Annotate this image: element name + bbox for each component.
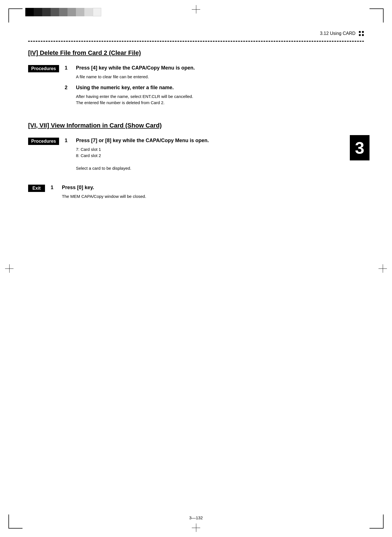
iv-step2-text: Using the numeric key, enter a file name… [76, 85, 174, 91]
page-footer: 3—132 [189, 515, 203, 520]
swatch-5 [59, 8, 67, 16]
vi-vii-select-card: Select a card to be displayed. [76, 166, 131, 171]
swatch-6 [67, 8, 76, 16]
center-cross-right [379, 264, 387, 273]
iv-step1-text: Press [4] key while the CAPA/Copy Menu i… [76, 65, 195, 71]
dot-row-1 [359, 31, 364, 33]
swatch-8 [84, 8, 93, 16]
vi-vii-card-slot-2: 8: Card slot 2 [76, 153, 101, 158]
section-vi-vii-title: [VI, VII] View Information in Card (Show… [28, 122, 364, 129]
exit-block-section: Exit 1 Press [0] key. The MEM CAPA/Copy … [28, 185, 364, 204]
exit-block: Exit 1 Press [0] key. The MEM CAPA/Copy … [28, 185, 364, 204]
corner-mark-top-right [367, 8, 384, 25]
dot-4 [362, 34, 364, 36]
iv-step2-number: 2 [65, 85, 70, 91]
vi-vii-step1-row: 1 Press [7] or [8] key while the CAPA/Co… [65, 138, 364, 144]
page: 3 3.12 Using CARD [IV] Delete File from … [0, 0, 392, 537]
color-swatches-bar [25, 8, 101, 16]
iv-step2-description: After having enter the name, select ENT.… [76, 93, 364, 106]
iv-step1-number: 1 [65, 65, 70, 71]
vi-vii-procedures-block: Procedures 1 Press [7] or [8] key while … [28, 138, 364, 176]
swatch-4 [51, 8, 59, 16]
vi-vii-procedures-content: 1 Press [7] or [8] key while the CAPA/Co… [65, 138, 364, 176]
vi-vii-procedures-badge: Procedures [28, 138, 59, 145]
vi-vii-step1-text: Press [7] or [8] key while the CAPA/Copy… [76, 138, 209, 144]
exit-step1-text: Press [0] key. [62, 185, 94, 191]
iv-step1-row: 1 Press [4] key while the CAPA/Copy Menu… [65, 65, 364, 71]
swatch-3 [42, 8, 51, 16]
section-vi-vii-procedures: Procedures 1 Press [7] or [8] key while … [28, 138, 364, 176]
swatch-1 [25, 8, 34, 16]
vi-vii-step1-number: 1 [65, 138, 70, 144]
center-cross-top [192, 5, 200, 14]
vi-vii-card-slot-1: 7: Card slot 1 [76, 147, 101, 152]
exit-badge: Exit [28, 185, 45, 192]
swatch-7 [76, 8, 84, 16]
dot-2 [362, 31, 364, 33]
iv-procedures-badge: Procedures [28, 65, 59, 72]
corner-mark-top-left [8, 8, 25, 25]
header-section-ref: 3.12 Using CARD [320, 31, 355, 36]
dot-1 [359, 31, 361, 33]
iv-procedures-block: Procedures 1 Press [4] key while the CAP… [28, 65, 364, 111]
exit-step1-row: 1 Press [0] key. [51, 185, 364, 191]
section-iv-procedures: Procedures 1 Press [4] key while the CAP… [28, 65, 364, 111]
vi-vii-step1-description: 7: Card slot 1 8: Card slot 2 Select a c… [76, 146, 364, 172]
dot-row-2 [359, 34, 364, 36]
dashed-divider [28, 41, 364, 42]
iv-step1-description: A file name to clear file can be entered… [76, 74, 364, 80]
iv-step2-row: 2 Using the numeric key, enter a file na… [65, 85, 364, 91]
exit-content: 1 Press [0] key. The MEM CAPA/Copy windo… [51, 185, 364, 204]
swatch-2 [34, 8, 42, 16]
corner-mark-bottom-left [8, 512, 25, 529]
iv-procedures-content: 1 Press [4] key while the CAPA/Copy Menu… [65, 65, 364, 111]
corner-mark-bottom-right [367, 512, 384, 529]
dot-3 [359, 34, 361, 36]
main-content: [IV] Delete File from Card 2 (Clear File… [28, 46, 364, 509]
exit-step1-description: The MEM CAPA/Copy window will be closed. [62, 193, 364, 200]
exit-step1-number: 1 [51, 185, 56, 191]
header-dots [359, 31, 364, 36]
page-header: 3.12 Using CARD [320, 31, 364, 36]
section-iv-title: [IV] Delete File from Card 2 (Clear File… [28, 49, 364, 57]
center-cross-left [5, 264, 13, 273]
swatch-9 [93, 8, 101, 16]
center-cross-bottom [192, 523, 200, 532]
